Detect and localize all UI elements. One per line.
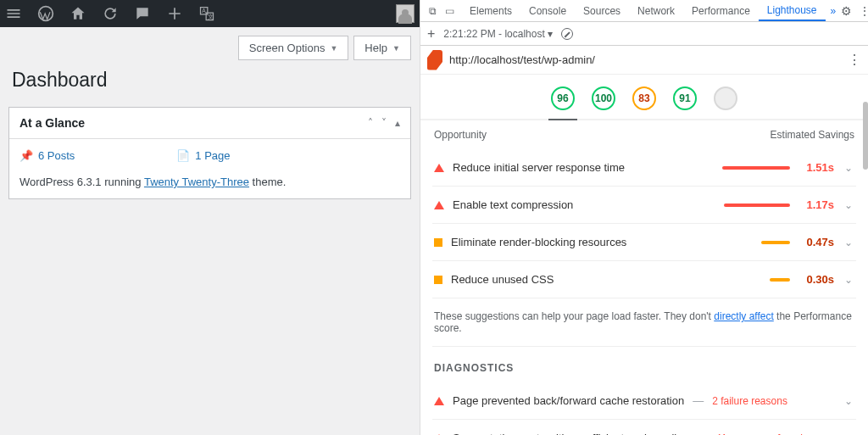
diagnostic-title: Serve static assets with an efficient ca… [453, 432, 687, 435]
performance-note: These suggestions can help your page loa… [432, 298, 856, 347]
opportunity-title: Enable text compression [453, 198, 715, 211]
new-report-icon[interactable]: + [427, 26, 435, 42]
wp-version-text: WordPress 6.3.1 running Twenty Twenty-Th… [19, 176, 400, 188]
comment-icon[interactable] [134, 5, 151, 22]
lighthouse-body: Opportunity Estimated Savings Reduce ini… [420, 120, 868, 435]
severity-icon [434, 276, 442, 284]
widget-down-icon[interactable]: ˅ [381, 117, 387, 129]
opportunity-title: Reduce initial server response time [453, 161, 714, 174]
savings-bar [724, 204, 790, 207]
device-icon[interactable]: ▭ [442, 4, 456, 18]
page-title: Dashboard [0, 60, 420, 107]
score-pwa[interactable] [714, 86, 737, 110]
clear-icon[interactable] [561, 28, 573, 40]
page-icon: 📄 [176, 149, 190, 162]
score-83[interactable]: 83 [632, 86, 656, 110]
tabs-more-icon[interactable]: » [826, 5, 842, 17]
tab-elements[interactable]: Elements [461, 0, 520, 21]
diagnostic-title: Page prevented back/forward cache restor… [453, 394, 684, 407]
diagnostic-row[interactable]: Serve static assets with an efficient ca… [432, 420, 856, 435]
severity-icon [434, 238, 442, 247]
opportunity-row[interactable]: Reduce initial server response time1.51s… [432, 149, 856, 187]
devtools-subbar: + 2:21:22 PM - localhost ▾ [420, 22, 868, 46]
report-url: http://localhost/test/wp-admin/ [449, 53, 841, 66]
screen-options-button[interactable]: Screen Options▼ [238, 36, 349, 60]
widget-toggle-icon[interactable]: ▴ [395, 117, 400, 129]
score-96[interactable]: 96 [551, 86, 575, 110]
scrollbar[interactable] [863, 102, 868, 170]
tab-sources[interactable]: Sources [575, 0, 629, 21]
opportunity-header: Opportunity Estimated Savings [432, 120, 856, 149]
chevron-down-icon: ⌄ [843, 274, 854, 286]
savings-bar [770, 278, 790, 282]
diagnostic-meta: 2 failure reasons [712, 395, 787, 407]
opportunity-label: Opportunity [434, 129, 487, 141]
chevron-down-icon: ⌄ [843, 395, 854, 407]
settings-icon[interactable]: ⚙ [841, 4, 852, 18]
diagnostic-meta: 41 resources found [715, 432, 803, 436]
help-button[interactable]: Help▼ [353, 36, 411, 60]
lighthouse-scores: 961008391 [420, 75, 868, 120]
refresh-icon[interactable] [102, 5, 119, 22]
widget-title: At a Glance [19, 116, 85, 130]
pin-icon: 📌 [19, 149, 33, 162]
savings-bar [722, 166, 790, 170]
devtools-panel: ⧉ ▭ ElementsConsoleSourcesNetworkPerform… [420, 0, 868, 435]
report-menu-icon[interactable]: ⋮ [848, 52, 861, 68]
pages-count: 1 Page [195, 149, 230, 162]
url-row: http://localhost/test/wp-admin/ ⋮ [420, 46, 868, 75]
plus-icon[interactable] [166, 5, 183, 22]
widget-body: 📌 6 Posts 📄 1 Page WordPress 6.3.1 runni… [9, 139, 410, 198]
tab-console[interactable]: Console [520, 0, 575, 21]
opportunity-row[interactable]: Enable text compression1.17s⌄ [432, 187, 856, 224]
severity-icon [434, 201, 444, 209]
wordpress-icon[interactable] [37, 5, 54, 22]
menu-icon[interactable] [5, 5, 22, 22]
wordpress-admin: A文 Screen Options▼ Help▼ Dashboard At a … [0, 0, 420, 435]
score-91[interactable]: 91 [673, 86, 697, 110]
savings-bar [761, 241, 790, 244]
svg-text:文: 文 [208, 14, 214, 20]
savings-label: Estimated Savings [771, 129, 854, 141]
chevron-down-icon: ⌄ [843, 199, 854, 211]
savings-time: 1.17s [798, 198, 834, 211]
savings-time: 0.47s [798, 236, 834, 248]
posts-count: 6 Posts [38, 149, 75, 162]
avatar[interactable] [396, 4, 415, 23]
svg-text:A: A [202, 8, 206, 14]
translate-icon[interactable]: A文 [198, 5, 215, 22]
posts-link[interactable]: 📌 6 Posts [19, 149, 75, 162]
opportunity-title: Reduce unused CSS [451, 273, 761, 286]
diagnostic-row[interactable]: Page prevented back/forward cache restor… [432, 382, 856, 420]
report-timestamp[interactable]: 2:21:22 PM - localhost ▾ [443, 28, 553, 40]
home-icon[interactable] [70, 5, 86, 22]
chevron-down-icon: ⌄ [843, 162, 854, 174]
theme-link[interactable]: Twenty Twenty-Three [144, 176, 249, 188]
devtools-tabs: ⧉ ▭ ElementsConsoleSourcesNetworkPerform… [420, 0, 868, 22]
directly-affect-link[interactable]: directly affect [714, 310, 773, 322]
opportunity-title: Eliminate render-blocking resources [451, 236, 753, 248]
kebab-icon[interactable]: ⋮ [859, 4, 868, 18]
options-row: Screen Options▼ Help▼ [0, 27, 420, 60]
severity-icon [434, 397, 444, 405]
pages-link[interactable]: 📄 1 Page [176, 149, 230, 162]
tab-performance[interactable]: Performance [683, 0, 759, 21]
chevron-down-icon: ⌄ [843, 237, 854, 248]
inspect-icon[interactable]: ⧉ [426, 4, 439, 18]
severity-icon [434, 164, 444, 172]
savings-time: 0.30s [798, 273, 834, 286]
widget-up-icon[interactable]: ˄ [368, 117, 373, 129]
at-a-glance-widget: At a Glance ˄ ˅ ▴ 📌 6 Posts 📄 1 Page Wor… [8, 107, 411, 199]
opportunity-row[interactable]: Reduce unused CSS0.30s⌄ [432, 261, 856, 298]
chevron-down-icon: ⌄ [843, 432, 854, 436]
savings-time: 1.51s [798, 161, 834, 174]
tab-lighthouse[interactable]: Lighthouse [759, 0, 826, 21]
wp-admin-bar: A文 [0, 0, 420, 27]
lighthouse-icon [427, 50, 442, 70]
tab-network[interactable]: Network [629, 0, 683, 21]
widget-header: At a Glance ˄ ˅ ▴ [9, 108, 410, 139]
score-100[interactable]: 100 [592, 86, 615, 110]
opportunity-row[interactable]: Eliminate render-blocking resources0.47s… [432, 224, 856, 261]
diagnostics-heading: DIAGNOSTICS [432, 347, 856, 382]
